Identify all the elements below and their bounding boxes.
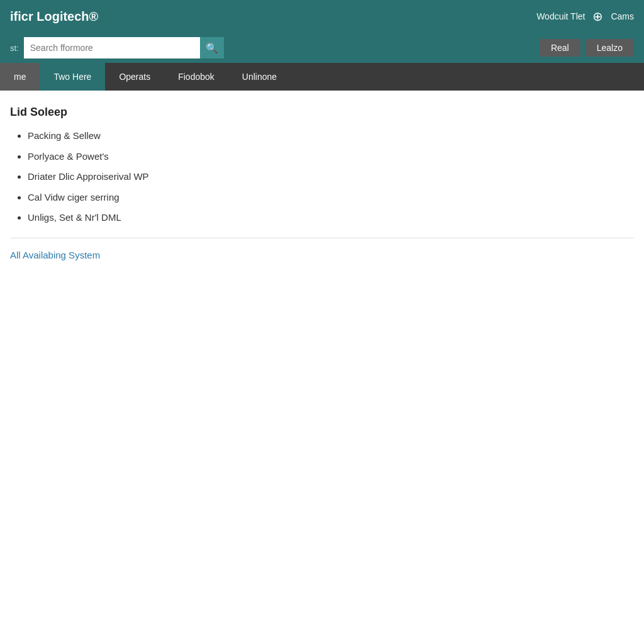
header-cam-text: Cams <box>611 11 634 21</box>
nav-item-unlinone[interactable]: Unlinone <box>228 63 291 91</box>
list-item: Porlyace & Powet's <box>28 150 634 164</box>
nav-item-operats[interactable]: Operats <box>105 63 164 91</box>
section-title: Lid Soleep <box>10 106 634 119</box>
search-icon: 🔍 <box>206 42 218 54</box>
divider <box>10 238 634 238</box>
nav-item-home[interactable]: me <box>0 63 40 91</box>
header-buttons: Real Lealzo <box>540 39 634 57</box>
nav-label-operats: Operats <box>119 72 150 82</box>
top-header: ificr Logitech® Wodcuit Tlet ⊕ Cams <box>0 0 644 33</box>
nav-bar: me Two Here Operats Fiodobok Unlinone <box>0 63 644 91</box>
nav-label-fiodobok: Fiodobok <box>178 72 214 82</box>
real-button[interactable]: Real <box>540 39 580 57</box>
search-input-wrapper: 🔍 <box>24 37 224 58</box>
search-button[interactable]: 🔍 <box>200 37 224 58</box>
main-content: Lid Soleep Packing & Sellew Porlyace & P… <box>0 91 644 275</box>
search-input[interactable] <box>24 37 200 58</box>
nav-item-fiodobok[interactable]: Fiodobok <box>164 63 228 91</box>
globe-icon[interactable]: ⊕ <box>592 9 603 24</box>
list-item: Unligs, Set & Nr'l DML <box>28 211 634 225</box>
nav-label-unlinone: Unlinone <box>242 72 277 82</box>
list-item: Driater Dlic Approiserival WP <box>28 170 634 184</box>
list-item: Cal Vidw ciger serring <box>28 191 634 205</box>
search-bar-row: st: 🔍 Real Lealzo <box>0 33 644 63</box>
search-label: st: <box>10 43 19 53</box>
nav-label-home: me <box>14 72 26 82</box>
all-availabing-system-link[interactable]: All Availabing System <box>10 250 100 260</box>
bullet-list: Packing & Sellew Porlyace & Powet's Dria… <box>10 129 634 225</box>
nav-item-two-here[interactable]: Two Here <box>40 63 105 91</box>
nav-label-two-here: Two Here <box>53 72 91 82</box>
lealzo-button[interactable]: Lealzo <box>586 39 634 57</box>
header-user-text: Wodcuit Tlet <box>536 11 585 21</box>
header-right: Wodcuit Tlet ⊕ Cams <box>536 9 634 24</box>
list-item: Packing & Sellew <box>28 129 634 143</box>
brand-title: ificr Logitech® <box>10 9 98 24</box>
